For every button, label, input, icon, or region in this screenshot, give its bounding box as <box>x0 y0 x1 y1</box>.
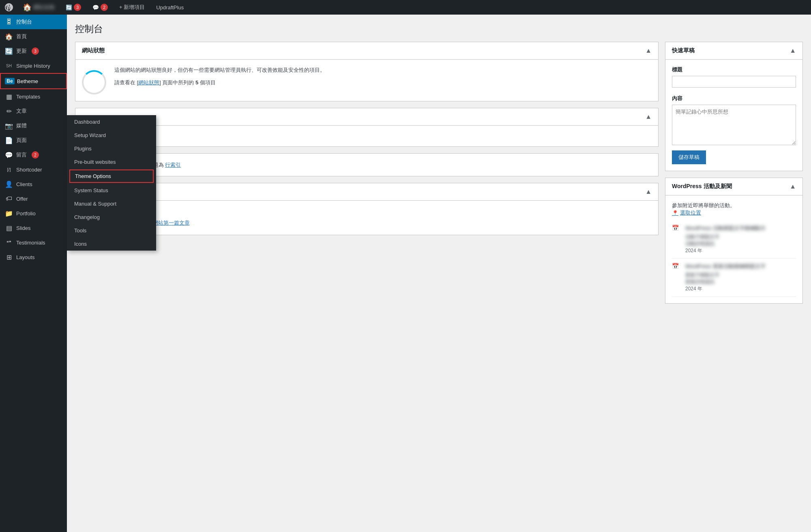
collapse-activity[interactable]: ▲ <box>645 188 652 195</box>
sidebar-item-testimonials[interactable]: ❝❞ Testimonials <box>0 235 67 250</box>
sidebar-item-posts[interactable]: ✏ 文章 <box>0 104 67 118</box>
main-column: 網站狀態 ▲ 這個網站的網站狀態良好，但仍有一些需要網站管理員執行、可改善效能及… <box>75 42 659 310</box>
calendar-icon-2: 📅 <box>672 263 679 269</box>
site-info-panel: 6.6.1 建置，目前使用的佈景主題為 行索引 <box>75 153 659 176</box>
wp-news-content: 參加附近即將舉辦的活動。 📍 選取位置 📅 WordPress 活動標題文字模糊… <box>665 195 802 303</box>
sidebar-item-portfolio[interactable]: 📁 Portfolio <box>0 206 67 221</box>
collapse-site-status[interactable]: ▲ <box>645 47 652 54</box>
adminbar-comments[interactable]: 💬 2 <box>90 2 110 13</box>
sidebar-item-slides[interactable]: ▤ Slides <box>0 221 67 235</box>
dashboard-icon: 🎛 <box>5 18 13 26</box>
news-title-1[interactable]: WordPress 活動標題文字模糊顯示 <box>685 225 766 232</box>
sidebar-item-updates[interactable]: 🔄 更新 3 <box>0 44 67 58</box>
draft-content-textarea[interactable] <box>672 105 796 145</box>
clients-icon: 👤 <box>5 180 13 188</box>
dropdown-changelog[interactable]: Changelog <box>67 210 156 224</box>
news-title-2[interactable]: WordPress 更新活動模糊標題文字 <box>685 263 766 270</box>
betheme-icon: Be <box>6 77 14 85</box>
site-status-link[interactable]: 網站狀態 <box>138 79 159 86</box>
simple-history-icon: SH <box>5 62 13 70</box>
layouts-icon: ⊞ <box>5 253 13 261</box>
sidebar-item-home[interactable]: 🏠 首頁 <box>0 29 67 44</box>
comments-content: 💬 1 則留言 <box>75 126 658 146</box>
slides-icon: ▤ <box>5 224 13 232</box>
activity-header: 網站活動 ▲ <box>75 183 658 201</box>
quick-draft-content: 標題 內容 儲存草稿 <box>665 60 802 171</box>
site-status-content: 這個網站的網站狀態良好，但仍有一些需要網站管理員執行、可改善效能及安全性的項目。… <box>75 60 658 101</box>
wp-logo[interactable] <box>4 2 14 12</box>
content-label: 內容 <box>672 95 796 102</box>
comments-header: ▲ <box>75 108 658 126</box>
adminbar-site-name[interactable]: 🏠 網站名稱 <box>20 1 57 13</box>
sidebar-item-layouts[interactable]: ⊞ Layouts <box>0 250 67 264</box>
dropdown-icons[interactable]: Icons <box>67 237 156 251</box>
activity-latest-label: 最新發佈 <box>82 207 652 215</box>
news-item-2: 📅 WordPress 更新活動模糊標題文字 更新子標題文字 更新詳情資訊 20… <box>672 259 796 297</box>
sidebar-item-templates[interactable]: ▦ Templates <box>0 89 67 104</box>
comments-icon: 💬 <box>5 151 13 159</box>
news-detail-1: 活動詳情資訊 <box>685 240 766 247</box>
news-sub-1: 活動子標題文字 <box>685 234 766 240</box>
calendar-icon-1: 📅 <box>672 225 679 231</box>
betheme-dropdown: Dashboard Setup Wizard Plugins Pre-built… <box>67 115 156 251</box>
dropdown-pre-built[interactable]: Pre-built websites <box>67 155 156 169</box>
news-sub-2: 更新子標題文字 <box>685 272 766 279</box>
sidebar-item-simple-history[interactable]: SH Simple History <box>0 58 67 73</box>
news-date-1: 2024 年 <box>685 247 766 254</box>
sidebar-item-pages[interactable]: 📄 頁面 <box>0 133 67 148</box>
activity-row: 2021 年 8 月 8 日下午 10:57 網站第一篇文章 <box>82 218 652 228</box>
adminbar-new-item[interactable]: + 新增項目 <box>117 2 147 13</box>
dropdown-setup-wizard[interactable]: Setup Wizard <box>67 129 156 142</box>
media-icon: 📷 <box>5 122 13 130</box>
home-icon: 🏠 <box>5 32 13 41</box>
site-info-content: 6.6.1 建置，目前使用的佈景主題為 行索引 <box>75 154 658 176</box>
sidebar-item-comments[interactable]: 💬 留言 2 <box>0 148 67 162</box>
site-info-link[interactable]: 行索引 <box>165 162 181 168</box>
sidebar: 🎛 控制台 🏠 首頁 🔄 更新 3 SH Simple History Be B… <box>0 15 67 532</box>
templates-icon: ▦ <box>5 92 13 101</box>
sidebar-item-shortcoder[interactable]: [/] Shortcoder <box>0 162 67 177</box>
dropdown-theme-options[interactable]: Theme Options <box>69 169 154 183</box>
save-draft-button[interactable]: 儲存草稿 <box>672 150 706 164</box>
quick-draft-header: 快速草稿 ▲ <box>665 42 802 60</box>
comments-panel: ▲ 💬 1 則留言 <box>75 108 659 147</box>
activity-content: 最新發佈 2021 年 8 月 8 日下午 10:57 網站第一篇文章 <box>75 201 658 235</box>
collapse-comments[interactable]: ▲ <box>645 113 652 120</box>
wp-news-panel: WordPress 活動及新聞 ▲ 參加附近即將舉辦的活動。 📍 選取位置 <box>665 178 803 304</box>
sidebar-item-media[interactable]: 📷 媒體 <box>0 118 67 133</box>
news-item-1: 📅 WordPress 活動標題文字模糊顯示 活動子標題文字 活動詳情資訊 20… <box>672 221 796 259</box>
activity-panel: 網站活動 ▲ 最新發佈 2021 年 8 月 8 日下午 10:57 網站第一篇… <box>75 183 659 235</box>
collapse-quick-draft[interactable]: ▲ <box>790 47 796 54</box>
sidebar-item-offer[interactable]: 🏷 Offer <box>0 191 67 206</box>
location-link[interactable]: 📍 選取位置 <box>672 209 796 217</box>
dropdown-plugins[interactable]: Plugins <box>67 142 156 155</box>
posts-icon: ✏ <box>5 107 13 115</box>
sidebar-item-clients[interactable]: 👤 Clients <box>0 177 67 191</box>
news-detail-2: 更新詳情資訊 <box>685 279 766 285</box>
comment-count-link[interactable]: 💬 1 則留言 <box>82 132 652 140</box>
news-date-2: 2024 年 <box>685 285 766 292</box>
status-circle <box>82 70 106 94</box>
status-description: 這個網站的網站狀態良好，但仍有一些需要網站管理員執行、可改善效能及安全性的項目。… <box>114 66 325 87</box>
title-label: 標題 <box>672 66 796 73</box>
right-column: 快速草稿 ▲ 標題 內容 儲存草稿 <box>665 42 803 310</box>
updates-icon: 🔄 <box>5 47 13 55</box>
adminbar-updates[interactable]: 🔄 3 <box>63 2 84 13</box>
dropdown-manual-support[interactable]: Manual & Support <box>67 197 156 210</box>
adminbar-updraft[interactable]: UpdraftPlus <box>154 3 186 12</box>
draft-title-input[interactable] <box>672 76 796 88</box>
sidebar-item-dashboard[interactable]: 🎛 控制台 <box>0 15 67 29</box>
page-title: 控制台 <box>75 23 803 35</box>
location-icon: 📍 <box>672 210 678 216</box>
sidebar-item-betheme[interactable]: Be Betheme <box>0 73 67 89</box>
collapse-wp-news[interactable]: ▲ <box>790 183 796 190</box>
wp-news-header: WordPress 活動及新聞 ▲ <box>665 178 802 195</box>
main-content: 控制台 網站狀態 ▲ 這個網站的網站狀態良好，但仍有一些需要網站管理員執行、可改… <box>67 15 811 532</box>
activity-post-link[interactable]: 網站第一篇文章 <box>153 219 190 227</box>
admin-bar: 🏠 網站名稱 🔄 3 💬 2 + 新增項目 UpdraftPlus <box>0 0 811 15</box>
dropdown-system-status[interactable]: System Status <box>67 184 156 197</box>
pages-icon: 📄 <box>5 136 13 144</box>
portfolio-icon: 📁 <box>5 209 13 217</box>
dropdown-dashboard[interactable]: Dashboard <box>67 115 156 129</box>
dropdown-tools[interactable]: Tools <box>67 224 156 237</box>
